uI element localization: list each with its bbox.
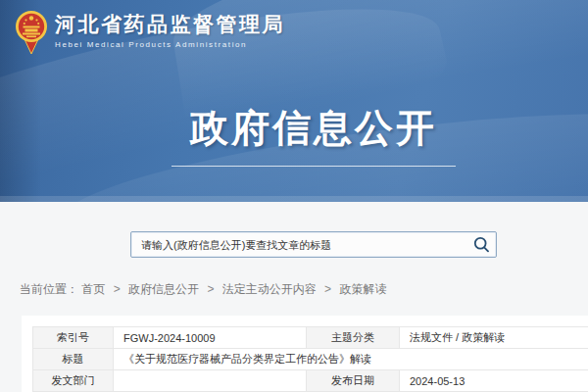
national-emblem-icon [15,8,48,55]
meta-label-index-number: 索引号 [33,327,114,349]
search-bar [130,231,497,258]
breadcrumb-item-statutory-content[interactable]: 法定主动公开内容 [222,282,317,296]
breadcrumb-separator: > [114,282,121,296]
breadcrumb-separator: > [207,282,214,296]
page: 河北省药品监督管理局 Hebei Medical Products Admini… [0,0,588,392]
meta-value-index-number: FGWJ-2024-10009 [114,327,307,349]
header-banner: 河北省药品监督管理局 Hebei Medical Products Admini… [0,0,588,202]
meta-label-publish-date: 发布日期 [307,370,400,392]
breadcrumb: 当前位置： 首页 > 政府信息公开 > 法定主动公开内容 > 政策解读 [20,281,386,298]
meta-value-publish-date: 2024-05-13 [400,370,588,392]
breadcrumb-label: 当前位置： [20,282,78,296]
meta-value-topic-category: 法规文件 / 政策解读 [400,327,588,349]
title-underline [172,166,456,167]
meta-value-title: 《关于规范医疗器械产品分类界定工作的公告》解读 [114,349,588,370]
org-name-cn: 河北省药品监督管理局 [55,14,285,34]
table-row: 标题 《关于规范医疗器械产品分类界定工作的公告》解读 [33,349,588,370]
search-icon [473,236,490,253]
document-meta-card: 索引号 FGWJ-2024-10009 主题分类 法规文件 / 政策解读 标题 … [22,316,588,392]
site-logo[interactable]: 河北省药品监督管理局 Hebei Medical Products Admini… [15,8,285,55]
meta-label-title: 标题 [33,349,114,370]
breadcrumb-item-home[interactable]: 首页 [81,282,105,296]
table-row: 发文部门 发布日期 2024-05-13 [33,370,588,392]
breadcrumb-item-info-disclosure[interactable]: 政府信息公开 [128,282,199,296]
search-input[interactable] [131,232,466,257]
table-row: 索引号 FGWJ-2024-10009 主题分类 法规文件 / 政策解读 [33,327,588,349]
breadcrumb-item-policy-interpretation[interactable]: 政策解读 [339,282,386,296]
document-meta-table: 索引号 FGWJ-2024-10009 主题分类 法规文件 / 政策解读 标题 … [32,326,588,392]
meta-value-issuing-department [114,370,307,392]
meta-label-issuing-department: 发文部门 [33,370,114,392]
search-button[interactable] [466,232,496,257]
page-title: 政府信息公开 [0,102,588,155]
meta-label-topic-category: 主题分类 [307,327,400,349]
org-name-en: Hebei Medical Products Administration [55,40,285,49]
breadcrumb-separator: > [324,282,331,296]
